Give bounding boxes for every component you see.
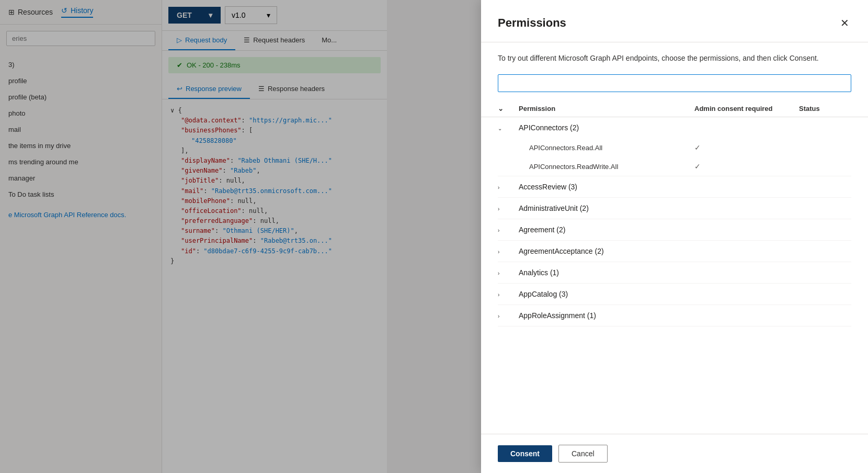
close-icon: ✕ (840, 17, 849, 29)
permission-group-row[interactable]: › Analytics (1) (498, 262, 851, 283)
permission-group-row[interactable]: › AccessReview (3) (498, 176, 851, 197)
permission-group-row[interactable]: › AppRoleAssignment (1) (498, 305, 851, 326)
permission-name: APIConnectors.Read.All (529, 144, 694, 152)
permission-group-row[interactable]: › Agreement (2) (498, 219, 851, 240)
permission-group-analytics: › Analytics (1) (498, 262, 851, 284)
cancel-button[interactable]: Cancel (558, 445, 608, 463)
chevron-right-icon: › (498, 228, 499, 233)
expand-all-icon: ⌄ (498, 105, 504, 112)
group-name: AppCatalog (3) (519, 290, 694, 298)
chevron-right-icon: › (498, 249, 499, 255)
panel-description: To try out different Microsoft Graph API… (481, 42, 868, 74)
group-name: AgreementAcceptance (2) (519, 247, 694, 255)
permission-item-apiconnectors-read: APIConnectors.Read.All ✓ (498, 138, 851, 157)
status-column-header: Status (799, 105, 851, 112)
group-name: AdministrativeUnit (2) (519, 204, 694, 212)
consent-button[interactable]: Consent (498, 445, 552, 462)
group-name: AppRoleAssignment (1) (519, 311, 694, 320)
group-name: AccessReview (3) (519, 183, 694, 191)
permissions-panel: Permissions ✕ To try out different Micro… (481, 0, 868, 473)
permission-group-accessreview: › AccessReview (3) (498, 176, 851, 198)
group-name: APIConnectors (2) (519, 123, 694, 132)
permission-column-header: Permission (519, 105, 694, 112)
permission-group-apiconnectors: ⌄ APIConnectors (2) APIConnectors.Read.A… (498, 117, 851, 176)
chevron-right-icon: › (498, 292, 499, 298)
chevron-right-icon: › (498, 313, 499, 319)
permissions-search[interactable] (498, 74, 851, 92)
admin-consent-column-header: Admin consent required (694, 105, 799, 112)
permission-group-agreement: › Agreement (2) (498, 219, 851, 241)
permission-name: APIConnectors.ReadWrite.All (529, 163, 694, 171)
permission-group-row[interactable]: › AgreementAcceptance (2) (498, 241, 851, 262)
expand-column-header[interactable]: ⌄ (498, 105, 519, 112)
permission-group-row[interactable]: ⌄ APIConnectors (2) (498, 117, 851, 138)
close-button[interactable]: ✕ (838, 15, 851, 31)
permission-group-adminunit: › AdministrativeUnit (2) (498, 198, 851, 219)
panel-title: Permissions (498, 16, 566, 30)
permission-group-row[interactable]: › AdministrativeUnit (2) (498, 198, 851, 219)
permission-group-row[interactable]: › AppCatalog (3) (498, 284, 851, 305)
admin-consent-check-icon: ✓ (694, 162, 701, 171)
permission-group-agreementacceptance: › AgreementAcceptance (2) (498, 241, 851, 262)
permission-group-appcatalog: › AppCatalog (3) (498, 284, 851, 305)
chevron-right-icon: › (498, 206, 499, 212)
group-name: Agreement (2) (519, 226, 694, 234)
admin-consent-check-icon: ✓ (694, 143, 701, 152)
permissions-list: ⌄ APIConnectors (2) APIConnectors.Read.A… (481, 117, 868, 434)
permission-item-apiconnectors-readwrite: APIConnectors.ReadWrite.All ✓ (498, 157, 851, 176)
group-name: Analytics (1) (519, 268, 694, 277)
permission-group-approleassignment: › AppRoleAssignment (1) (498, 305, 851, 326)
chevron-right-icon: › (498, 271, 499, 276)
chevron-right-icon: › (498, 185, 499, 190)
chevron-down-icon: ⌄ (498, 126, 502, 131)
